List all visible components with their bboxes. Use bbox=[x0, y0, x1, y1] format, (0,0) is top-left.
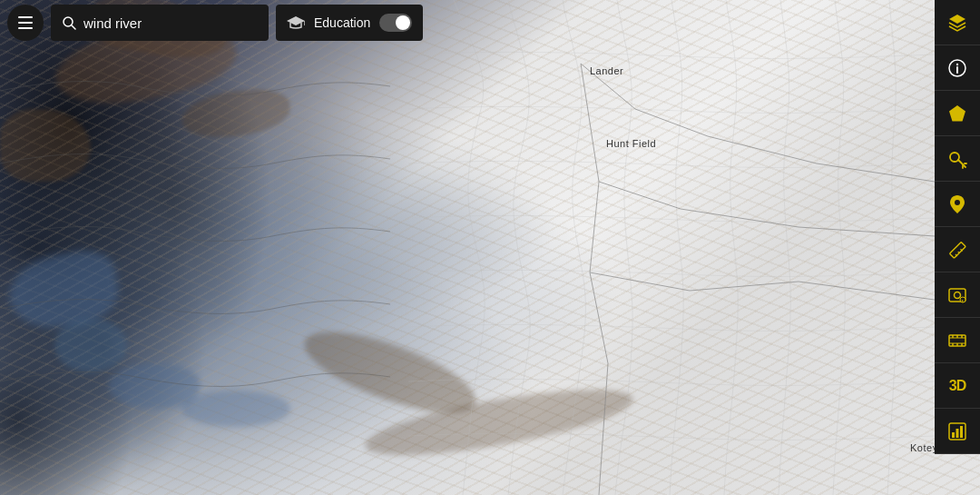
threed-label: 3D bbox=[949, 378, 965, 394]
svg-line-16 bbox=[958, 252, 959, 252]
search-input[interactable] bbox=[83, 15, 258, 31]
ruler-button[interactable] bbox=[935, 227, 980, 272]
svg-point-19 bbox=[955, 292, 961, 298]
ruler-icon bbox=[947, 240, 967, 260]
svg-marker-8 bbox=[949, 105, 965, 122]
pin-icon bbox=[949, 194, 965, 214]
search-bar[interactable] bbox=[51, 5, 269, 41]
education-icon bbox=[287, 15, 305, 30]
svg-line-1 bbox=[72, 25, 75, 29]
key-button[interactable] bbox=[935, 136, 980, 182]
menu-button[interactable] bbox=[7, 5, 44, 41]
top-bar: Education bbox=[0, 0, 980, 45]
svg-marker-2 bbox=[287, 16, 305, 25]
svg-point-13 bbox=[955, 200, 960, 205]
layers-button[interactable] bbox=[935, 0, 980, 45]
chart-button[interactable] bbox=[935, 409, 980, 454]
education-bar: Education bbox=[276, 5, 423, 41]
svg-point-7 bbox=[956, 63, 958, 64]
hamburger-icon bbox=[18, 16, 33, 29]
image-icon: $ bbox=[947, 285, 967, 305]
film-button[interactable] bbox=[935, 318, 980, 363]
polygon-button[interactable] bbox=[935, 91, 980, 136]
svg-rect-34 bbox=[960, 426, 963, 438]
svg-rect-32 bbox=[952, 432, 955, 438]
right-toolbar: $ 3D bbox=[935, 0, 980, 454]
water-area bbox=[181, 391, 290, 427]
education-label: Education bbox=[314, 15, 370, 30]
image-button[interactable]: $ bbox=[935, 272, 980, 318]
info-button[interactable] bbox=[935, 45, 980, 91]
info-icon bbox=[948, 59, 966, 77]
search-icon bbox=[62, 15, 76, 30]
pin-button[interactable] bbox=[935, 182, 980, 227]
svg-marker-4 bbox=[949, 15, 965, 24]
layers-icon bbox=[947, 13, 967, 33]
map-container[interactable]: Lander Hunt Field Kotey Place bbox=[0, 0, 980, 495]
film-icon bbox=[947, 331, 967, 351]
key-icon bbox=[947, 149, 967, 169]
education-toggle[interactable] bbox=[379, 14, 412, 32]
chart-icon bbox=[947, 421, 967, 441]
svg-rect-14 bbox=[950, 242, 966, 258]
water-area bbox=[54, 318, 127, 372]
threed-button[interactable]: 3D bbox=[935, 363, 980, 409]
pentagon-icon bbox=[948, 104, 966, 123]
svg-rect-33 bbox=[956, 429, 959, 438]
